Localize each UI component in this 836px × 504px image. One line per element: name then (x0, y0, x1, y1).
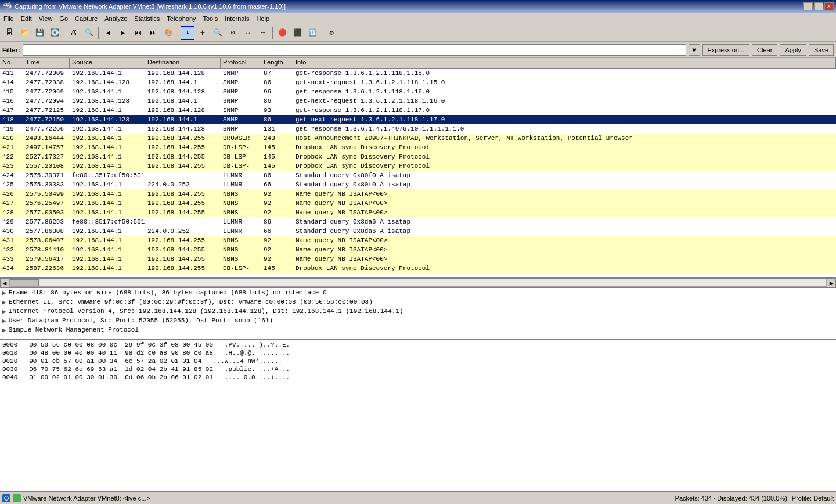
col-header-source[interactable]: Source (70, 58, 145, 68)
col-header-protocol[interactable]: Protocol (221, 58, 261, 68)
packet-row[interactable]: 4302577.86308192.168.144.1224.0.0.252LLM… (0, 226, 836, 236)
apply-button[interactable]: Apply (780, 44, 806, 56)
minimize-button[interactable]: _ (803, 2, 813, 10)
window-title: Capturing from VMware Network Adapter VM… (15, 3, 286, 10)
close-button[interactable]: ✕ (824, 2, 834, 10)
window-controls[interactable]: _ □ ✕ (803, 2, 834, 10)
toolbar-zoom-out[interactable]: 🔍 (211, 26, 225, 40)
packet-list-container: No. Time Source Destination Protocol Len… (0, 58, 836, 279)
toolbar-settings[interactable]: ⚙ (325, 26, 338, 40)
packet-row[interactable]: 4142477.72038192.168.144.128192.168.144.… (0, 78, 836, 87)
packet-row[interactable]: 4262575.50499192.168.144.1192.168.144.25… (0, 189, 836, 199)
menu-item-capture[interactable]: Capture (71, 14, 101, 23)
expand-icon[interactable]: ▶ (2, 326, 6, 334)
packet-row[interactable]: 4152477.72069192.168.144.1192.168.144.12… (0, 87, 836, 96)
toolbar-zoom-reset[interactable]: ⊙ (226, 26, 240, 40)
filter-input[interactable] (23, 44, 686, 56)
menu-item-telephony[interactable]: Telephony (163, 14, 199, 23)
scroll-thumb[interactable] (10, 279, 39, 286)
detail-text: Internet Protocol Version 4, Src: 192.16… (9, 308, 403, 315)
packet-row[interactable]: 4292577.86293fe80::3517:cf50:501ff02::1:… (0, 217, 836, 226)
packet-row[interactable]: 4202493.16444192.168.144.1192.168.144.25… (0, 134, 836, 143)
hex-row: 0030 06 70 75 62 6c 69 63 a1 1d 02 04 2b… (2, 366, 834, 374)
packet-list[interactable]: 4132477.72009192.168.144.1192.168.144.12… (0, 69, 836, 277)
toolbar-next[interactable]: ▶ (116, 26, 130, 40)
toolbar-open[interactable]: 📂 (17, 26, 31, 40)
menu-item-file[interactable]: File (0, 14, 17, 23)
packet-row[interactable]: 4342587.22636192.168.144.1192.168.144.25… (0, 264, 836, 273)
toolbar: 🗄 📂 💾 💽 🖨 🔍 ◀ ▶ ⏮ ⏭ 🎨 ⬇ + 🔍 ⊙ ↔ ⋯ 🔴 ⬛ 🔃 … (0, 24, 836, 42)
packet-row[interactable]: 4222527.17327192.168.144.1192.168.144.25… (0, 152, 836, 161)
expand-icon[interactable]: ▶ (2, 308, 6, 315)
detail-row[interactable]: ▶Internet Protocol Version 4, Src: 192.1… (0, 307, 836, 316)
toolbar-print[interactable]: 🖨 (67, 26, 81, 40)
scroll-track[interactable] (9, 279, 827, 287)
filter-dropdown[interactable]: ▼ (689, 44, 700, 56)
packet-row[interactable]: 4252575.30383192.168.144.1224.0.0.252LLM… (0, 180, 836, 189)
detail-row[interactable]: ▶Frame 418: 86 bytes on wire (688 bits),… (0, 288, 836, 297)
packet-row[interactable]: 4272576.25497192.168.144.1192.168.144.25… (0, 199, 836, 208)
col-header-no[interactable]: No. (0, 58, 23, 68)
menu-item-analyze[interactable]: Analyze (101, 14, 131, 23)
toolbar-close[interactable]: 💾 (33, 26, 46, 40)
maximize-button[interactable]: □ (814, 2, 823, 10)
packet-row[interactable]: 4132477.72009192.168.144.1192.168.144.12… (0, 69, 836, 78)
toolbar-resize[interactable]: ↔ (241, 26, 255, 40)
toolbar-capture-filter[interactable]: 🔴 (275, 26, 289, 40)
toolbar-prev[interactable]: ◀ (101, 26, 115, 40)
save-button[interactable]: Save (809, 44, 834, 56)
toolbar-last[interactable]: ⏭ (146, 26, 160, 40)
menu-item-internals[interactable]: Internals (221, 14, 253, 23)
menu-item-statistics[interactable]: Statistics (131, 14, 163, 23)
packet-row[interactable]: 4322578.81410192.168.144.1192.168.144.25… (0, 245, 836, 254)
packet-details: ▶Frame 418: 86 bytes on wire (688 bits),… (0, 288, 836, 340)
toolbar-autoscroll[interactable]: ⬇ (181, 26, 194, 40)
menu-item-tools[interactable]: Tools (200, 14, 222, 23)
detail-row[interactable]: ▶User Datagram Protocol, Src Port: 52055… (0, 316, 836, 325)
filter-label: Filter: (2, 46, 20, 53)
detail-row[interactable]: ▶Simple Network Management Protocol (0, 325, 836, 334)
toolbar-colorize[interactable]: 🎨 (161, 26, 175, 40)
packet-row[interactable]: 4332579.56417192.168.144.1192.168.144.25… (0, 254, 836, 264)
title-text: 🦈 Capturing from VMware Network Adapter … (2, 2, 286, 11)
toolbar-capture-restart[interactable]: 🔃 (305, 26, 319, 40)
packet-row[interactable]: 4212497.14757192.168.144.1192.168.144.25… (0, 143, 836, 152)
menu-item-view[interactable]: View (35, 14, 56, 23)
expression-button[interactable]: Expression... (702, 44, 750, 56)
col-header-destination[interactable]: Destination (145, 58, 221, 68)
packet-row[interactable]: 4312578.06407192.168.144.1192.168.144.25… (0, 236, 836, 245)
packet-row[interactable]: 4242575.30371fe80::3517:cf50:501ff02::1:… (0, 171, 836, 180)
scroll-right-btn[interactable]: ▶ (827, 278, 836, 287)
toolbar-capture-stop[interactable]: ⬛ (290, 26, 304, 40)
expand-icon[interactable]: ▶ (2, 298, 6, 306)
packet-row[interactable]: 4182477.72150192.168.144.128192.168.144.… (0, 115, 836, 124)
clear-button[interactable]: Clear (752, 44, 777, 56)
toolbar-new-capture[interactable]: 🗄 (2, 26, 16, 40)
detail-row[interactable]: ▶Ethernet II, Src: Vmware_9f:0c:3f (00:0… (0, 297, 836, 307)
expand-icon[interactable]: ▶ (2, 317, 6, 325)
toolbar-first[interactable]: ⏮ (131, 26, 145, 40)
scroll-left-btn[interactable]: ◀ (0, 278, 9, 287)
menu-item-help[interactable]: Help (253, 14, 273, 23)
packet-row[interactable]: 4192477.72266192.168.144.1192.168.144.12… (0, 124, 836, 134)
toolbar-ellipsis[interactable]: ⋯ (256, 26, 270, 40)
detail-text: Frame 418: 86 bytes on wire (688 bits), … (9, 289, 327, 296)
col-header-length[interactable]: Length (261, 58, 293, 68)
hex-row: 0040 01 00 02 01 00 30 0f 30 0d 06 0b 2b… (2, 374, 834, 382)
title-bar: 🦈 Capturing from VMware Network Adapter … (0, 0, 836, 13)
toolbar-find[interactable]: 🔍 (82, 26, 96, 40)
hex-row: 0020 90 01 cb 57 00 a1 00 34 6e 57 2a 02… (2, 358, 834, 366)
packet-row[interactable]: 4282577.00503192.168.144.1192.168.144.25… (0, 208, 836, 217)
menu-item-go[interactable]: Go (56, 14, 71, 23)
menu-bar: FileEditViewGoCaptureAnalyzeStatisticsTe… (0, 13, 836, 24)
horizontal-scrollbar[interactable]: ◀ ▶ (0, 279, 836, 288)
col-header-info[interactable]: Info (293, 58, 836, 68)
packet-row[interactable]: 4232557.20108192.168.144.1192.168.144.25… (0, 161, 836, 171)
expand-icon[interactable]: ▶ (2, 289, 6, 297)
toolbar-zoom-in[interactable]: + (196, 26, 210, 40)
toolbar-save[interactable]: 💽 (48, 26, 62, 40)
packet-row[interactable]: 4172477.72125192.168.144.1192.168.144.12… (0, 106, 836, 115)
menu-item-edit[interactable]: Edit (17, 14, 35, 23)
packet-row[interactable]: 4162477.72094192.168.144.128192.168.144.… (0, 96, 836, 106)
col-header-time[interactable]: Time (23, 58, 70, 68)
